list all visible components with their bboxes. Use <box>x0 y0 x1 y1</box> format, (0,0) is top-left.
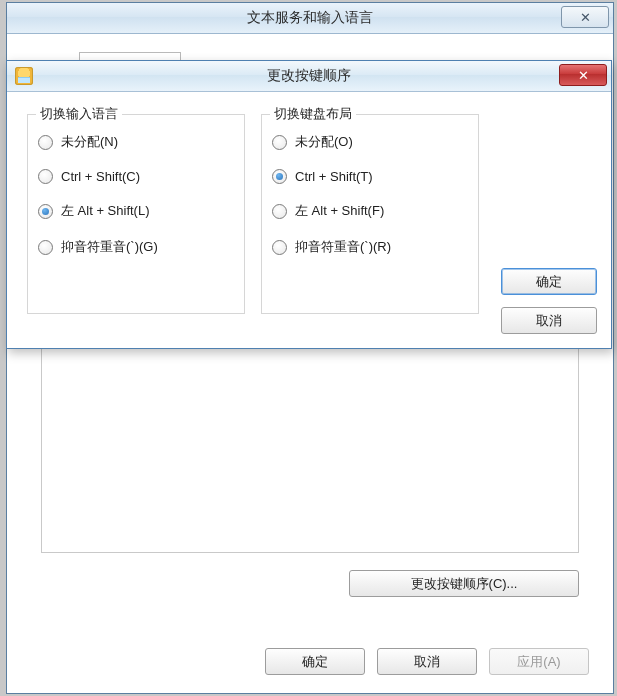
change-key-sequence-dialog: 更改按键顺序 ✕ 切换输入语言 未分配(N) Ctrl + Shift(C) 左… <box>6 60 612 349</box>
change-key-sequence-button[interactable]: 更改按键顺序(C)... <box>349 570 579 597</box>
modal-cancel-label: 取消 <box>536 312 562 330</box>
modal-titlebar: 更改按键顺序 ✕ <box>7 61 611 92</box>
radio-icon <box>38 135 53 150</box>
group-switch-input-language-title: 切换输入语言 <box>36 105 122 123</box>
parent-ok-button[interactable]: 确定 <box>265 648 365 675</box>
radio-label: 左 Alt + Shift(F) <box>295 202 384 220</box>
radio-label: Ctrl + Shift(C) <box>61 169 140 184</box>
modal-ok-button[interactable]: 确定 <box>501 268 597 295</box>
parent-titlebar: 文本服务和输入语言 ✕ <box>7 3 613 34</box>
parent-bottom-buttons: 确定 取消 应用(A) <box>265 648 589 675</box>
close-icon: ✕ <box>578 68 589 83</box>
radio-icon <box>272 169 287 184</box>
modal-buttons: 确定 取消 <box>501 268 597 334</box>
close-icon: ✕ <box>580 10 591 25</box>
parent-cancel-button[interactable]: 取消 <box>377 648 477 675</box>
radio-label: 抑音符重音(`)(R) <box>295 238 391 256</box>
parent-ok-label: 确定 <box>302 653 328 671</box>
group-switch-keyboard-layout-title: 切换键盘布局 <box>270 105 356 123</box>
radio-input-unassigned[interactable]: 未分配(N) <box>38 133 244 151</box>
radio-layout-unassigned[interactable]: 未分配(O) <box>272 133 478 151</box>
radio-label: 未分配(N) <box>61 133 118 151</box>
radio-label: 左 Alt + Shift(L) <box>61 202 150 220</box>
modal-close-button[interactable]: ✕ <box>559 64 607 86</box>
radio-input-grave-accent[interactable]: 抑音符重音(`)(G) <box>38 238 244 256</box>
modal-client: 切换输入语言 未分配(N) Ctrl + Shift(C) 左 Alt + Sh… <box>7 92 611 348</box>
radio-input-ctrl-shift[interactable]: Ctrl + Shift(C) <box>38 169 244 184</box>
parent-title: 文本服务和输入语言 <box>247 9 373 27</box>
modal-cancel-button[interactable]: 取消 <box>501 307 597 334</box>
change-key-sequence-label: 更改按键顺序(C)... <box>411 575 518 593</box>
group-switch-keyboard-layout: 切换键盘布局 未分配(O) Ctrl + Shift(T) 左 Alt + Sh… <box>261 114 479 314</box>
radio-label: 抑音符重音(`)(G) <box>61 238 158 256</box>
radio-input-left-alt-shift[interactable]: 左 Alt + Shift(L) <box>38 202 244 220</box>
radio-icon <box>272 240 287 255</box>
radio-label: 未分配(O) <box>295 133 353 151</box>
group-switch-input-language: 切换输入语言 未分配(N) Ctrl + Shift(C) 左 Alt + Sh… <box>27 114 245 314</box>
radio-layout-left-alt-shift[interactable]: 左 Alt + Shift(F) <box>272 202 478 220</box>
radio-layout-ctrl-shift[interactable]: Ctrl + Shift(T) <box>272 169 478 184</box>
modal-title: 更改按键顺序 <box>267 67 351 85</box>
parent-cancel-label: 取消 <box>414 653 440 671</box>
radio-icon <box>272 204 287 219</box>
radio-icon <box>38 240 53 255</box>
radio-layout-grave-accent[interactable]: 抑音符重音(`)(R) <box>272 238 478 256</box>
dialog-icon <box>15 67 33 85</box>
radio-icon <box>38 169 53 184</box>
radio-label: Ctrl + Shift(T) <box>295 169 373 184</box>
parent-apply-label: 应用(A) <box>517 653 560 671</box>
radio-icon <box>272 135 287 150</box>
modal-ok-label: 确定 <box>536 273 562 291</box>
radio-icon <box>38 204 53 219</box>
parent-apply-button: 应用(A) <box>489 648 589 675</box>
parent-close-button[interactable]: ✕ <box>561 6 609 28</box>
